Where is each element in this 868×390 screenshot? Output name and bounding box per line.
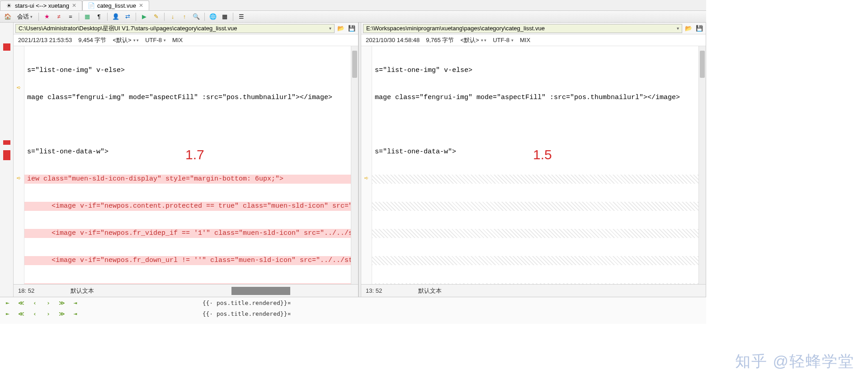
sun-icon: ☀: [6, 2, 12, 9]
tab-diff-session[interactable]: ☀ stars-ui <--> xuetang ✕: [0, 0, 82, 10]
diff-marker[interactable]: [3, 43, 10, 51]
encoding2-dropdown[interactable]: UTF-8▾: [145, 37, 166, 43]
separator: [204, 13, 205, 21]
separator: [164, 13, 165, 21]
encoding2-dropdown[interactable]: UTF-8▾: [493, 37, 514, 43]
encoding1-dropdown[interactable]: <默认>▾ ▾: [113, 36, 139, 44]
code-line: [372, 175, 706, 184]
open-folder-icon[interactable]: 📂: [336, 24, 345, 33]
file-size: 9,765 字节: [426, 36, 454, 44]
tabs-bar: ☀ stars-ui <--> xuetang ✕ 📄 categ_lisst.…: [0, 0, 706, 11]
version-badge: 1.7: [185, 150, 204, 159]
swap-icon[interactable]: ⇄: [123, 12, 132, 21]
cursor-position: 18: 52: [18, 287, 34, 294]
tab-label: stars-ui <--> xuetang: [15, 2, 69, 9]
save-icon[interactable]: 💾: [347, 24, 356, 33]
globe-icon[interactable]: 🌐: [208, 12, 218, 21]
path-text: C:\Users\Administrator\Desktop\星宿UI V1.7…: [19, 24, 237, 33]
home-icon[interactable]: 🏠: [3, 12, 13, 21]
version-badge: 1.5: [533, 150, 552, 159]
file-datetime: 2021/12/13 21:53:53: [18, 37, 72, 43]
close-icon[interactable]: ✕: [139, 2, 143, 9]
code-line: [372, 229, 706, 238]
copy-right-icon[interactable]: ▶: [139, 12, 149, 21]
next-diff-icon[interactable]: ≫: [58, 299, 66, 306]
find-icon[interactable]: 🔍: [191, 12, 201, 21]
code-line: <image v-if="newpos.content.protected ==…: [24, 202, 358, 211]
code-body[interactable]: s="list-one-img" v-else> mage class="fen…: [24, 46, 358, 284]
right-pathbar: E:\Workspaces\miniprogram\xuetang\pages\…: [361, 23, 706, 34]
right-metabar: 2021/10/30 14:58:48 9,765 字节 <默认>▾ ▾ UTF…: [361, 34, 706, 46]
left-pane: C:\Users\Administrator\Desktop\星宿UI V1.7…: [14, 23, 359, 297]
code-line: mage class="fengrui-img" mode="aspectFil…: [24, 93, 358, 102]
diff-arrow-icon: ➪: [363, 175, 369, 181]
vscrollbar[interactable]: [698, 46, 706, 284]
person-icon[interactable]: 👤: [111, 12, 121, 21]
diff-row: ⇤ ≪ ‹ › ≫ ⇥ {{· pos.title.rendered}}¤: [0, 308, 706, 319]
right-path-input[interactable]: E:\Workspaces\miniprogram\xuetang\pages\…: [363, 24, 682, 33]
edit-icon[interactable]: ✎: [151, 12, 161, 21]
equal-icon[interactable]: =: [66, 12, 75, 21]
separator: [136, 13, 136, 21]
right-status: 13: 52 默认文本: [361, 284, 706, 297]
code-line: s="list-one-img" v-else>: [372, 66, 706, 75]
file-size: 9,454 字节: [78, 36, 106, 44]
vscrollbar[interactable]: [351, 46, 358, 284]
format-icon[interactable]: ¶: [94, 12, 104, 21]
next-line-icon[interactable]: ›: [44, 299, 52, 306]
prev-line-icon[interactable]: ‹: [31, 299, 39, 306]
code-line: [372, 202, 706, 211]
close-icon[interactable]: ✕: [72, 2, 76, 9]
left-code[interactable]: ➪ ➪ s="list-one-img" v-else> mage class=…: [14, 46, 358, 284]
diff-overview-rail[interactable]: [0, 23, 14, 297]
chevron-down-icon[interactable]: ▾: [329, 26, 331, 31]
first-diff-icon[interactable]: ⇤: [4, 299, 12, 306]
workspace: C:\Users\Administrator\Desktop\星宿UI V1.7…: [0, 23, 706, 297]
prev-diff-icon[interactable]: ≪: [17, 299, 25, 306]
main-toolbar: 🏠 会话▾ ★ ≠ = ▦ ¶ 👤 ⇄ ▶ ✎ ↓ ↑ 🔍 🌐 ▦ ☰: [0, 11, 706, 23]
diff-all-icon[interactable]: ★: [42, 12, 52, 21]
rules-icon[interactable]: ▦: [82, 12, 92, 21]
status-block: [231, 287, 290, 295]
prev-diff-icon[interactable]: ↑: [179, 12, 189, 21]
code-body[interactable]: s="list-one-img" v-else> mage class="fen…: [372, 46, 706, 284]
right-code[interactable]: ➪ s="list-one-img" v-else> mage class="f…: [361, 46, 706, 284]
code-line: [24, 120, 358, 129]
separator: [107, 13, 108, 21]
cursor-position: 13: 52: [366, 287, 382, 294]
right-gutter: ➪: [361, 46, 372, 284]
next-line-icon[interactable]: ›: [44, 310, 52, 317]
doc-icon: 📄: [88, 2, 94, 9]
list-icon[interactable]: ☰: [236, 12, 246, 21]
diff-marker[interactable]: [3, 140, 10, 145]
separator: [79, 13, 79, 21]
chevron-down-icon[interactable]: ▾: [677, 26, 679, 31]
code-line: view>: [24, 283, 358, 284]
next-diff-icon[interactable]: ≫: [58, 310, 66, 317]
left-path-input[interactable]: C:\Users\Administrator\Desktop\星宿UI V1.7…: [15, 24, 335, 33]
diff-line-left: {{· pos.title.rendered}}¤: [102, 310, 391, 317]
encoding1-dropdown[interactable]: <默认>▾ ▾: [460, 36, 486, 44]
right-pane: E:\Workspaces\miniprogram\xuetang\pages\…: [361, 23, 706, 297]
code-line: <image v-if="newpos.fr_videp_if == '1'" …: [24, 229, 358, 238]
prev-diff-icon[interactable]: ≪: [17, 310, 25, 317]
bottom-diff-rows: ⇤ ≪ ‹ › ≫ ⇥ {{· pos.title.rendered}}¤ ⇤ …: [0, 297, 706, 324]
code-line: <image v-if="newpos.fr_down_url != ''" c…: [24, 256, 358, 265]
separator: [233, 13, 233, 21]
save-icon[interactable]: 💾: [695, 24, 704, 33]
code-line: [372, 283, 706, 284]
diff-marker[interactable]: [3, 150, 10, 160]
session-dropdown[interactable]: 会话▾: [14, 12, 35, 21]
open-folder-icon[interactable]: 📂: [684, 24, 693, 33]
file-mode: 默认文本: [418, 287, 442, 295]
not-equal-icon[interactable]: ≠: [54, 12, 64, 21]
code-line: mage class="fengrui-img" mode="aspectFil…: [372, 93, 706, 102]
first-diff-icon[interactable]: ⇤: [4, 310, 12, 317]
code-line: iew class="muen-sld-icon-display" style=…: [24, 175, 358, 184]
prev-line-icon[interactable]: ‹: [31, 310, 39, 317]
last-diff-icon[interactable]: ⇥: [71, 299, 80, 306]
last-diff-icon[interactable]: ⇥: [71, 310, 80, 317]
tab-file[interactable]: 📄 categ_lisst.vue ✕: [82, 0, 149, 10]
grid-icon[interactable]: ▦: [220, 12, 230, 21]
next-diff-icon[interactable]: ↓: [168, 12, 178, 21]
